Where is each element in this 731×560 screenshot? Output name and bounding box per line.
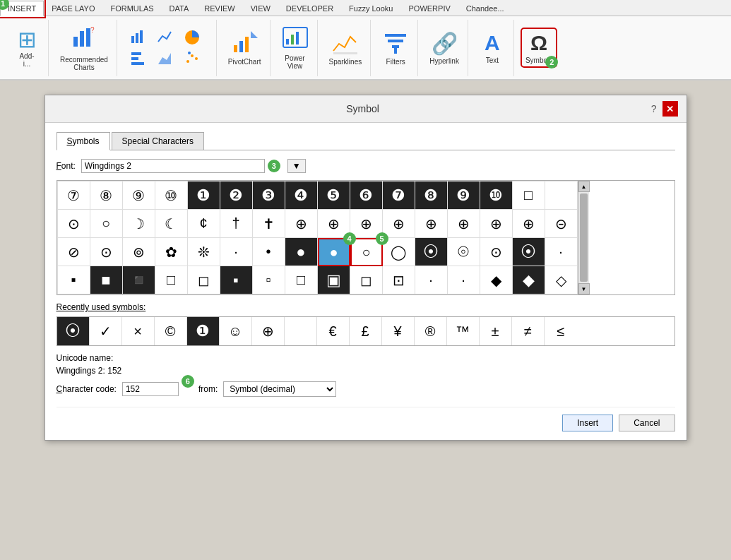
tab-data[interactable]: DATA <box>162 1 197 16</box>
sym-cell[interactable]: ⊙ <box>480 238 513 266</box>
recent-sym-5[interactable]: ❶ <box>187 317 220 345</box>
sym-cell-selected[interactable]: ● 4 <box>318 238 350 266</box>
sym-cell[interactable]: ⊕ <box>480 210 513 238</box>
pie-chart-button[interactable] <box>179 28 205 47</box>
scatter-chart-button[interactable] <box>179 49 205 68</box>
sym-cell[interactable]: ⊕ <box>448 210 480 238</box>
tab-fuzzy[interactable]: Fuzzy Looku <box>341 1 400 16</box>
sym-cell[interactable]: ■ <box>90 266 123 294</box>
recent-sym-6[interactable]: ☺ <box>220 317 252 345</box>
sym-cell[interactable]: ⑨ <box>123 181 155 210</box>
tab-special-characters[interactable]: Special Characters <box>112 132 204 150</box>
sym-cell[interactable]: ❊ <box>188 238 220 266</box>
sym-cell[interactable]: ❽ <box>415 181 448 210</box>
font-select-input[interactable] <box>81 159 265 173</box>
symbol-grid-scrollbar[interactable]: ▲ ▼ <box>578 181 589 294</box>
tab-insert[interactable]: 1 INSERT <box>0 1 44 16</box>
sym-cell[interactable]: ⦿ <box>513 238 545 266</box>
sym-cell[interactable]: ❺ <box>318 181 350 210</box>
sym-cell[interactable]: ❷ <box>220 181 253 210</box>
scroll-up-button[interactable]: ▲ <box>578 181 590 192</box>
sym-cell[interactable]: ⊕ <box>285 210 318 238</box>
sym-cell[interactable]: ▪ <box>58 266 90 294</box>
sym-cell[interactable]: • <box>253 238 285 266</box>
line-chart-button[interactable] <box>153 28 178 47</box>
sym-cell[interactable] <box>545 181 578 210</box>
sym-cell[interactable]: ⊙ <box>58 210 90 238</box>
sym-cell[interactable]: ▪ <box>220 266 253 294</box>
sym-cell[interactable]: ◆ <box>480 266 513 294</box>
area-chart-button[interactable] <box>153 49 178 68</box>
symbols-button[interactable]: Ω Symbols 2 <box>523 30 555 66</box>
insert-button[interactable]: Insert <box>562 415 613 431</box>
sym-cell[interactable]: ❹ <box>285 181 318 210</box>
recent-sym-14[interactable]: ± <box>480 317 512 345</box>
text-button[interactable]: A Text <box>477 30 508 66</box>
sym-cell[interactable]: ▫ <box>253 266 285 294</box>
filters-button[interactable]: Filters <box>379 28 412 67</box>
tab-developer[interactable]: DEVELOPER <box>278 1 341 16</box>
bar-chart-button[interactable] <box>126 49 151 68</box>
sym-cell[interactable]: ⊚ <box>123 238 155 266</box>
sym-cell[interactable]: ☽ <box>123 210 155 238</box>
sym-cell[interactable]: ⦾ <box>448 238 480 266</box>
sym-cell[interactable]: ⊕ <box>513 210 545 238</box>
sym-cell[interactable]: · <box>448 266 480 294</box>
sym-cell[interactable]: · <box>415 266 448 294</box>
tab-user[interactable]: Chandee... <box>458 1 512 16</box>
sym-cell[interactable]: ◆ <box>513 266 545 294</box>
sym-cell[interactable]: ⊝ <box>545 210 578 238</box>
sym-cell[interactable]: □ <box>155 266 188 294</box>
sym-cell[interactable]: † <box>220 210 253 238</box>
sym-cell[interactable]: ⦿ <box>415 238 448 266</box>
tab-page-layout[interactable]: PAGE LAYO <box>44 1 102 16</box>
hyperlink-button[interactable]: 🔗 Hyperlink <box>427 30 462 66</box>
sym-cell[interactable]: ❾ <box>448 181 480 210</box>
recent-sym-1[interactable]: ⦿ <box>57 317 90 345</box>
sym-cell[interactable]: ❿ <box>480 181 513 210</box>
sym-cell[interactable]: ✿ <box>155 238 188 266</box>
sym-cell[interactable]: ❶ <box>188 181 220 210</box>
char-code-input[interactable] <box>122 382 179 396</box>
recent-sym-10[interactable]: £ <box>350 317 382 345</box>
recent-sym-15[interactable]: ≠ <box>512 317 545 345</box>
recent-sym-16[interactable]: ≤ <box>545 317 577 345</box>
sym-cell[interactable]: ◻ <box>188 266 220 294</box>
sym-cell[interactable]: ☾ <box>155 210 188 238</box>
sym-cell[interactable]: ⑧ <box>90 181 123 210</box>
recent-sym-12[interactable]: ® <box>415 317 447 345</box>
tab-formulas[interactable]: FORMULAS <box>102 1 161 16</box>
sym-cell[interactable]: · <box>220 238 253 266</box>
sym-cell[interactable]: ⊙ <box>90 238 123 266</box>
recent-sym-4[interactable]: © <box>155 317 187 345</box>
sym-cell[interactable]: ⊡ <box>383 266 415 294</box>
tab-view[interactable]: VIEW <box>243 1 278 16</box>
recent-sym-7[interactable]: ⊕ <box>252 317 285 345</box>
from-select[interactable]: Symbol (decimal) Unicode (hex) ASCII (de… <box>223 381 336 397</box>
sym-cell[interactable]: ⑩ <box>155 181 188 210</box>
recent-sym-8[interactable] <box>285 317 317 345</box>
power-view-button[interactable]: PowerView <box>279 25 311 71</box>
recent-sym-2[interactable]: ✓ <box>90 317 122 345</box>
sym-cell[interactable]: ⊕ <box>415 210 448 238</box>
recommended-charts-button[interactable]: ? RecommendedCharts <box>57 23 111 73</box>
font-dropdown-button[interactable]: ▼ <box>287 159 306 173</box>
scroll-thumb[interactable] <box>580 193 588 282</box>
sym-cell[interactable]: ✝ <box>253 210 285 238</box>
add-ins-button[interactable]: ⊞ Add-i... <box>11 27 42 69</box>
sym-cell[interactable]: □ <box>285 266 318 294</box>
recent-sym-13[interactable]: ™ <box>447 317 480 345</box>
scroll-down-button[interactable]: ▼ <box>578 283 590 294</box>
cancel-button[interactable]: Cancel <box>619 415 674 431</box>
sparklines-button[interactable]: Sparklines <box>326 28 365 67</box>
recent-sym-11[interactable]: ¥ <box>382 317 415 345</box>
sym-cell[interactable]: ¢ <box>188 210 220 238</box>
sym-cell[interactable]: ❸ <box>253 181 285 210</box>
sym-cell[interactable]: ▣ <box>318 266 350 294</box>
sym-cell[interactable]: ❻ <box>350 181 383 210</box>
pivotchart-button[interactable]: PivotChart <box>225 28 264 67</box>
sym-cell[interactable]: · <box>545 238 578 266</box>
sym-cell[interactable]: ● <box>285 238 318 266</box>
sym-cell[interactable]: □ <box>513 181 545 210</box>
sym-cell[interactable]: ❼ <box>383 181 415 210</box>
